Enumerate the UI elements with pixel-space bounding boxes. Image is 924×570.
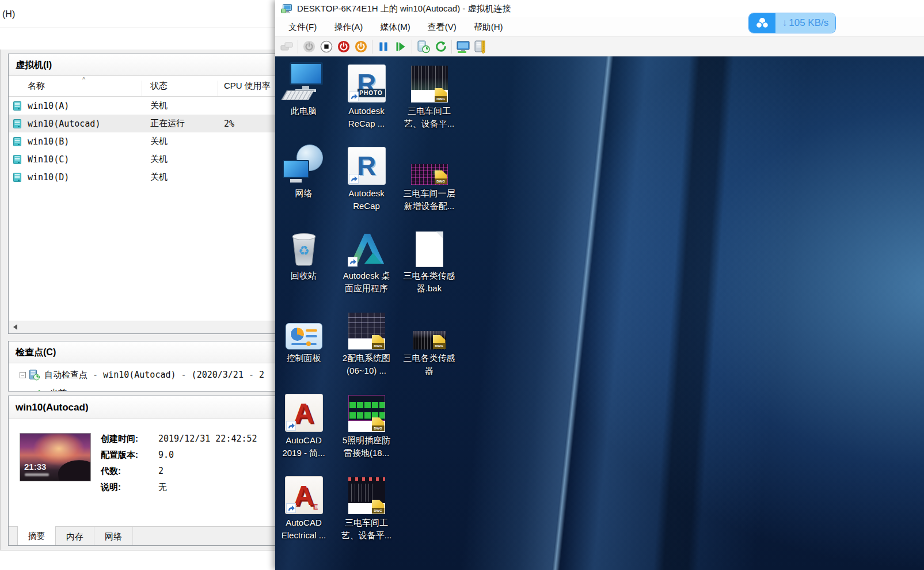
desktop-icon-dwg-file[interactable]: DWG 5照明插座防 雷接地(18... xyxy=(337,389,397,472)
desktop-icon-bak-file[interactable]: 三电各类传感 器.bak xyxy=(400,225,459,307)
desktop-icon-recap[interactable]: R Autodesk ReCap xyxy=(337,142,397,225)
field-value: 2 xyxy=(158,466,163,476)
vm-screen-thumbnail[interactable]: 21:33 xyxy=(20,433,91,481)
stop-icon xyxy=(320,40,333,53)
ctrl-alt-del-icon xyxy=(280,40,294,54)
dwg-file-icon: DWG xyxy=(348,477,385,514)
dwg-file-icon: DWG xyxy=(411,164,448,185)
desktop-icon-label: 网络 xyxy=(295,187,313,200)
desktop-icon-grid: 此电脑 R PHOTO Autodesk ReCap ... DWG 三电车间工… xyxy=(275,60,461,554)
scroll-left-button[interactable] xyxy=(9,321,21,333)
pause-button[interactable] xyxy=(375,38,392,55)
desktop-icon-label: 三电车间一层 新增设备配... xyxy=(404,187,455,212)
vm-row-win10-a[interactable]: win10(A) 关机 xyxy=(9,97,275,115)
desktop-icon-label: 三电各类传感 器 xyxy=(404,352,455,377)
save-state-icon xyxy=(355,40,367,53)
desktop-icon-label: AutoCAD Electrical ... xyxy=(282,516,326,542)
download-speed: ↓ 105 KB/s xyxy=(775,13,835,33)
baidu-netdisk-speed-overlay[interactable]: ↓ 105 KB/s xyxy=(748,13,836,33)
thumbnail-date-blur xyxy=(25,473,49,476)
tab-summary[interactable]: 摘要 xyxy=(17,526,56,545)
desktop-icon-dwg-file[interactable]: DWG 三电车间一层 新增设备配... xyxy=(400,142,459,225)
checkpoint-current-item[interactable]: 当前 xyxy=(9,385,275,392)
desktop-icon-control-panel[interactable]: 控制面板 xyxy=(275,307,334,389)
vm-row-win10-d[interactable]: win10(D) 关机 xyxy=(9,168,275,186)
desktop-icon-dwg-file[interactable]: DWG 三电车间工 艺、设备平... xyxy=(337,472,397,554)
reset-button[interactable] xyxy=(392,38,409,55)
menu-action[interactable]: 操作(A) xyxy=(325,17,371,36)
desktop-icon-autocad-electrical[interactable]: A E AutoCAD Electrical ... xyxy=(275,472,334,554)
checkpoint-button[interactable] xyxy=(415,38,432,55)
start-button[interactable] xyxy=(301,38,318,55)
desktop-icon-network[interactable]: 网络 xyxy=(275,142,334,225)
horizontal-scrollbar[interactable] xyxy=(9,321,275,333)
column-header-name[interactable]: 名称 xyxy=(9,81,142,96)
vm-table-header: ^ 名称 状态 CPU 使用率 xyxy=(9,76,275,97)
vm-row-win10-c[interactable]: Win10(C) 关机 xyxy=(9,150,275,168)
desktop-icon-this-pc[interactable]: 此电脑 xyxy=(275,60,334,142)
desktop-icon-recap-photo[interactable]: R PHOTO Autodesk ReCap ... xyxy=(337,60,397,142)
thumbnail-clock: 21:33 xyxy=(24,462,46,472)
desktop-icon-label: 2配电系统图 (06~10) ... xyxy=(343,352,390,377)
vm-connection-window: DESKTOP-6K74E1H 上的 win10(Autocad) - 虚拟机连… xyxy=(275,0,924,570)
tab-memory[interactable]: 内存 xyxy=(56,527,94,545)
vm-detail-fields: 创建时间:2019/12/31 22:42:52 配置版本:9.0 代数:2 说… xyxy=(101,431,257,495)
recap-photo-icon: R PHOTO xyxy=(348,64,386,102)
vm-desktop[interactable]: 此电脑 R PHOTO Autodesk ReCap ... DWG 三电车间工… xyxy=(275,56,924,570)
autodesk-logo-icon xyxy=(347,230,386,267)
desktop-icon-dwg-file[interactable]: DWG 三电各类传感 器 xyxy=(400,307,459,389)
desktop-icon-dwg-file[interactable]: DWG 2配电系统图 (06~10) ... xyxy=(337,307,397,389)
virtual-machines-panel: 虚拟机(I) ^ 名称 状态 CPU 使用率 win10(A) 关机 win10… xyxy=(8,54,275,334)
baidu-netdisk-icon xyxy=(749,13,775,33)
dwg-file-icon: DWG xyxy=(348,313,385,349)
toolbar-separator xyxy=(372,40,372,54)
details-tab-strip: 摘要 内存 网络 xyxy=(9,526,275,545)
control-panel-icon xyxy=(286,323,322,349)
save-button[interactable] xyxy=(352,38,370,55)
vm-connection-icon xyxy=(281,4,292,14)
vm-row-win10-autocad-selected[interactable]: win10(Autocad) 正在运行 2% xyxy=(9,115,275,132)
ctrl-alt-del-button[interactable] xyxy=(278,38,295,55)
dwg-file-icon: DWG xyxy=(413,331,446,349)
menu-view[interactable]: 查看(V) xyxy=(419,17,465,36)
vm-state: 正在运行 xyxy=(142,118,218,129)
desktop-icon-autodesk-app[interactable]: Autodesk 桌 面应用程序 xyxy=(337,225,397,307)
column-header-state[interactable]: 状态 xyxy=(142,81,218,96)
window-title: DESKTOP-6K74E1H 上的 win10(Autocad) - 虚拟机连… xyxy=(297,3,511,14)
field-value: 9.0 xyxy=(158,450,174,460)
collapse-expander-icon[interactable] xyxy=(20,372,26,378)
desktop-icon-autocad-2019[interactable]: A AutoCAD 2019 - 简... xyxy=(275,389,334,472)
field-label: 代数: xyxy=(101,466,158,477)
clipped-menu-fragment: (H) xyxy=(2,9,15,20)
turn-off-button[interactable] xyxy=(318,38,335,55)
column-header-cpu[interactable]: CPU 使用率 xyxy=(218,81,275,96)
desktop-icon-dwg-file[interactable]: DWG 三电车间工 艺、设备平... xyxy=(400,60,459,142)
zip-server-icon xyxy=(473,40,487,54)
checkpoints-panel-title: 检查点(C) xyxy=(9,341,275,363)
desktop-icon-label: AutoCAD 2019 - 简... xyxy=(282,434,325,459)
vm-panel-title: 虚拟机(I) xyxy=(9,54,275,76)
menu-help[interactable]: 帮助(H) xyxy=(465,17,512,36)
dwg-file-icon: DWG xyxy=(348,395,385,432)
virtual-machine-icon xyxy=(13,173,21,182)
autocad-icon: A xyxy=(285,394,323,432)
checkpoint-tree-item[interactable]: 自动检查点 - win10(Autocad) - (2020/3/21 - 2 xyxy=(9,366,275,383)
desktop-icon-recycle-bin[interactable]: ♻ 回收站 xyxy=(275,225,334,307)
toolbar-separator xyxy=(298,40,298,54)
checkpoint-icon xyxy=(29,370,40,381)
tab-network[interactable]: 网络 xyxy=(94,527,133,545)
virtual-machine-icon xyxy=(13,155,21,164)
upgrade-configuration-button[interactable] xyxy=(471,38,489,55)
menu-file[interactable]: 文件(F) xyxy=(280,17,325,36)
revert-button[interactable] xyxy=(432,38,449,55)
shut-down-button[interactable] xyxy=(335,38,352,55)
vm-row-win10-b[interactable]: win10(B) 关机 xyxy=(9,132,275,150)
bak-file-icon xyxy=(416,231,443,267)
enhanced-session-button[interactable] xyxy=(454,38,471,55)
checkpoints-panel: 检查点(C) 自动检查点 - win10(Autocad) - (2020/3/… xyxy=(8,341,275,392)
download-arrow-icon: ↓ xyxy=(782,17,788,29)
menu-media[interactable]: 媒体(M) xyxy=(371,17,419,36)
vm-name: win10(Autocad) xyxy=(28,119,100,129)
desktop-icon-label: Autodesk 桌 面应用程序 xyxy=(343,269,390,295)
hyperv-manager-window: (H) 虚拟机(I) ^ 名称 状态 CPU 使用率 win10(A) 关机 w… xyxy=(0,0,275,570)
